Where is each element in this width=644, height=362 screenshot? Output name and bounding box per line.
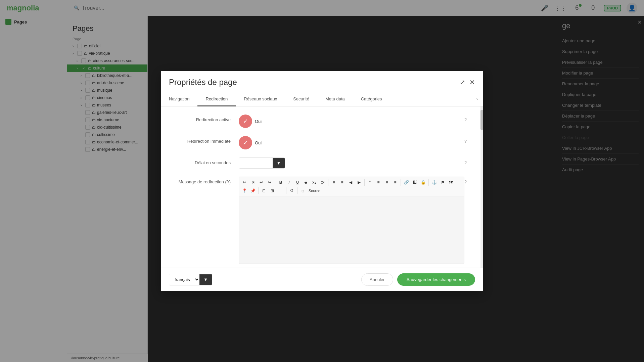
rte-toolbar: ✂ ⎘ ↩ ↪ B I U S x₂ x² bbox=[239, 177, 464, 196]
label-message: Message de redirection (fr) bbox=[172, 177, 239, 184]
rte-align-center[interactable]: ≡ bbox=[383, 178, 391, 186]
rte-strike[interactable]: S bbox=[302, 178, 310, 186]
tab-categories[interactable]: Catégories bbox=[353, 92, 390, 106]
rte-flag[interactable]: ⚑ bbox=[439, 178, 447, 186]
delai-input-group: 0 ▼ bbox=[239, 157, 285, 169]
modal-body-scroll: Redirection active ✓ Oui ? Redirection i… bbox=[161, 106, 483, 268]
toggle-redirection-immediate[interactable]: ✓ bbox=[239, 136, 252, 149]
field-delai: Délai en secondes 0 ▼ ? bbox=[172, 157, 472, 169]
control-redirection-active: ✓ Oui bbox=[239, 115, 464, 128]
modal-footer: français ▼ Annuler Sauvegarder les chang… bbox=[161, 268, 483, 291]
value-redirection-active: Oui bbox=[255, 119, 262, 124]
rte-map[interactable]: 🗺 bbox=[447, 178, 455, 186]
rte-bold[interactable]: B bbox=[277, 178, 285, 186]
tab-redirection[interactable]: Redirection bbox=[197, 92, 236, 106]
rte-outdent[interactable]: ◀ bbox=[347, 178, 355, 186]
rte-underline[interactable]: U bbox=[293, 178, 302, 186]
rte-subscript[interactable]: x₂ bbox=[310, 178, 318, 186]
control-delai: 0 ▼ bbox=[239, 157, 464, 169]
cancel-button[interactable]: Annuler bbox=[361, 273, 393, 286]
expand-icon[interactable]: ⤢ bbox=[460, 78, 465, 86]
rte-image[interactable]: 🖼 bbox=[411, 178, 419, 186]
control-redirection-immediate: ✓ Oui bbox=[239, 136, 464, 149]
rte-sep2 bbox=[328, 179, 328, 186]
tab-securite[interactable]: Securité bbox=[285, 92, 317, 106]
rte-sep5 bbox=[428, 179, 429, 186]
label-delai: Délai en secondes bbox=[172, 157, 239, 165]
rte-sep8 bbox=[297, 187, 297, 194]
rte-lock[interactable]: 🔒 bbox=[419, 178, 427, 186]
rte-ul[interactable]: ≡ bbox=[338, 178, 346, 186]
modal-tabs: Navigation Redirection Réseaux sociaux S… bbox=[161, 92, 483, 106]
rte-special-char[interactable]: Ω bbox=[288, 187, 296, 195]
scroll-thumb[interactable] bbox=[480, 110, 483, 130]
tab-reseaux[interactable]: Réseaux sociaux bbox=[236, 92, 285, 106]
field-redirection-immediate: Redirection immédiate ✓ Oui ? bbox=[172, 136, 472, 149]
rte-sep3 bbox=[364, 179, 365, 186]
control-message: ✂ ⎘ ↩ ↪ B I U S x₂ x² bbox=[239, 177, 464, 264]
rte-sep4 bbox=[401, 179, 401, 186]
help-message[interactable]: ? bbox=[464, 177, 472, 184]
help-redirection-immediate[interactable]: ? bbox=[464, 136, 472, 144]
modal-header-icons: ⤢ ✕ bbox=[460, 78, 475, 86]
rte-pin2[interactable]: 📌 bbox=[249, 187, 257, 195]
modal-dialog: Propriétés de page ⤢ ✕ Navigation Redire… bbox=[161, 71, 483, 291]
modal-title: Propriétés de page bbox=[169, 78, 237, 87]
label-redirection-active: Redirection active bbox=[172, 115, 239, 122]
delai-input[interactable]: 0 bbox=[239, 158, 273, 168]
save-button[interactable]: Sauvegarder les changements bbox=[397, 273, 475, 286]
language-arrow-icon[interactable]: ▼ bbox=[199, 274, 212, 285]
rte-source[interactable]: Source bbox=[307, 187, 322, 195]
rte-sep7 bbox=[286, 187, 286, 194]
rte-align-left[interactable]: ≡ bbox=[374, 178, 382, 186]
rte-italic[interactable]: I bbox=[285, 178, 293, 186]
rte-pin1[interactable]: 📍 bbox=[240, 187, 248, 195]
language-selector[interactable]: français ▼ bbox=[169, 274, 212, 285]
help-delai[interactable]: ? bbox=[464, 157, 472, 165]
rte-copy[interactable]: ⎘ bbox=[249, 178, 257, 186]
rte-sep1 bbox=[275, 179, 275, 186]
modal-overlay: Propriétés de page ⤢ ✕ Navigation Redire… bbox=[0, 0, 644, 362]
close-modal-icon[interactable]: ✕ bbox=[469, 78, 475, 86]
rte-hr[interactable]: — bbox=[277, 187, 285, 195]
rte-blockquote[interactable]: " bbox=[366, 178, 374, 186]
rte-table[interactable]: ⊞ bbox=[268, 187, 276, 195]
rte-link[interactable]: 🔗 bbox=[402, 178, 410, 186]
rte-sep6 bbox=[258, 187, 259, 194]
rte-container: ✂ ⎘ ↩ ↪ B I U S x₂ x² bbox=[239, 177, 464, 264]
tab-metadata[interactable]: Meta data bbox=[317, 92, 353, 106]
rte-ol[interactable]: ≡ bbox=[330, 178, 338, 186]
language-select-input[interactable]: français bbox=[169, 274, 199, 285]
label-redirection-immediate: Redirection immédiate bbox=[172, 136, 239, 144]
rte-undo[interactable]: ↩ bbox=[257, 178, 265, 186]
rte-img2[interactable]: ⊡ bbox=[260, 187, 268, 195]
rte-cut[interactable]: ✂ bbox=[240, 178, 248, 186]
modal-header: Propriétés de page ⤢ ✕ bbox=[161, 71, 483, 92]
toggle-redirection-active[interactable]: ✓ bbox=[239, 115, 252, 128]
rte-superscript[interactable]: x² bbox=[319, 178, 327, 186]
rte-embed[interactable]: ⊡ bbox=[299, 187, 307, 195]
delai-arrow[interactable]: ▼ bbox=[273, 158, 285, 168]
tab-more-icon[interactable]: › bbox=[471, 92, 483, 106]
rte-indent[interactable]: ▶ bbox=[355, 178, 363, 186]
rte-align-right[interactable]: ≡ bbox=[391, 178, 399, 186]
footer-buttons: Annuler Sauvegarder les changements bbox=[361, 273, 475, 286]
modal-body: Redirection active ✓ Oui ? Redirection i… bbox=[161, 106, 483, 268]
value-redirection-immediate: Oui bbox=[255, 140, 262, 145]
rte-redo[interactable]: ↪ bbox=[266, 178, 274, 186]
help-redirection-active[interactable]: ? bbox=[464, 115, 472, 122]
field-message: Message de redirection (fr) ✂ ⎘ ↩ ↪ B bbox=[172, 177, 472, 264]
rte-anchor[interactable]: ⚓ bbox=[430, 178, 438, 186]
field-redirection-active: Redirection active ✓ Oui ? bbox=[172, 115, 472, 128]
tab-navigation[interactable]: Navigation bbox=[161, 92, 197, 106]
scroll-indicator bbox=[480, 106, 483, 268]
rte-body[interactable] bbox=[239, 196, 464, 264]
